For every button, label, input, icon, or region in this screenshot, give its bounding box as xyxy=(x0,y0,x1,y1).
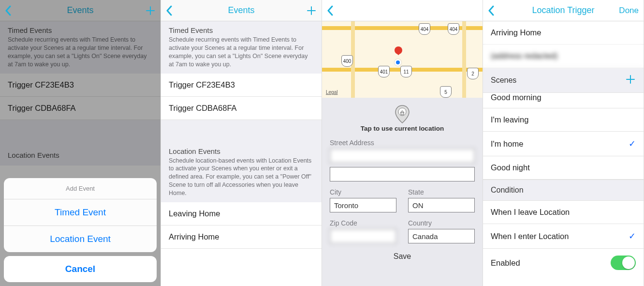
screen-events: Events Timed Events Schedule recurring e… xyxy=(161,0,322,286)
back-button[interactable] xyxy=(488,5,502,16)
condition-header: Condition xyxy=(483,180,644,201)
add-button[interactable] xyxy=(141,5,156,16)
enabled-label: Enabled xyxy=(491,258,520,268)
scene-label: Good morning xyxy=(491,93,542,102)
back-button[interactable] xyxy=(166,5,180,16)
highway-shield: 11 xyxy=(400,66,412,77)
trigger-row[interactable]: Trigger CF23E4B3 xyxy=(161,74,322,97)
back-button[interactable] xyxy=(327,5,341,16)
location-event-label: Arriving Home xyxy=(169,232,220,241)
location-event-row[interactable]: Arriving Home xyxy=(161,226,322,249)
city-label: City xyxy=(330,188,396,196)
highway-shield: 401 xyxy=(378,66,390,77)
trigger-name-row[interactable]: Arriving Home xyxy=(483,21,644,45)
scenes-header: Scenes xyxy=(483,68,644,93)
screen-location-form: 404 404 400 401 11 5 2 Legal Tap to use … xyxy=(322,0,483,286)
street-label: Street Address xyxy=(330,139,475,147)
scene-row[interactable]: Good night xyxy=(483,156,644,180)
state-label: State xyxy=(408,188,475,196)
map[interactable]: 404 404 400 401 11 5 2 Legal xyxy=(322,21,483,98)
scene-label: I'm leaving xyxy=(491,115,528,124)
screen-events-with-sheet: Events Timed Events Schedule recurring e… xyxy=(0,0,161,286)
add-button[interactable] xyxy=(302,5,317,16)
navbar xyxy=(322,0,483,21)
address-text: (address redacted) xyxy=(491,51,558,60)
zip-input[interactable] xyxy=(330,229,396,243)
done-button[interactable]: Done xyxy=(619,6,639,15)
country-input[interactable] xyxy=(408,229,475,243)
timed-events-header: Timed Events Schedule recurring events w… xyxy=(161,21,322,74)
city-input[interactable] xyxy=(330,198,396,212)
nav-title: Events xyxy=(161,5,322,15)
trigger-label: Trigger CF23E4B3 xyxy=(169,80,235,90)
map-pin-icon xyxy=(395,46,402,54)
current-location-dot-icon xyxy=(395,59,401,66)
scene-row[interactable]: I'm leaving xyxy=(483,108,644,132)
use-current-location-button[interactable]: Tap to use current location xyxy=(330,105,475,132)
save-button[interactable]: Save xyxy=(330,243,475,270)
navbar: Events xyxy=(161,0,322,21)
street-input-2[interactable] xyxy=(330,167,475,181)
section-title: Location Events xyxy=(169,147,314,155)
condition-label: When I enter Location xyxy=(491,232,569,241)
screen-location-trigger: Location Trigger Done Arriving Home (add… xyxy=(483,0,644,286)
highway-shield: 2 xyxy=(467,68,479,79)
street-input-1[interactable] xyxy=(330,149,475,163)
address-row[interactable]: (address redacted) xyxy=(483,45,644,68)
scene-label: I'm home xyxy=(491,139,523,149)
sheet-option-location[interactable]: Location Event xyxy=(4,226,157,252)
trigger-row[interactable]: Trigger CDBA68FA xyxy=(161,97,322,120)
zip-label: Zip Code xyxy=(330,219,396,227)
highway-shield: 404 xyxy=(419,23,430,35)
condition-label: When I leave Location xyxy=(491,208,570,217)
use-current-location-label: Tap to use current location xyxy=(361,125,444,132)
condition-header-label: Condition xyxy=(491,186,524,195)
trigger-name: Arriving Home xyxy=(491,28,542,37)
location-events-header: Location Events Schedule location-based … xyxy=(161,142,322,202)
country-label: Country xyxy=(408,219,475,227)
scene-row[interactable]: I'm home ✓ xyxy=(483,132,644,156)
checkmark-icon: ✓ xyxy=(629,231,636,241)
trigger-label: Trigger CDBA68FA xyxy=(169,104,237,113)
condition-row[interactable]: When I leave Location xyxy=(483,201,644,224)
enabled-row: Enabled xyxy=(483,249,644,277)
condition-row[interactable]: When I enter Location ✓ xyxy=(483,224,644,249)
sheet-option-timed[interactable]: Timed Event xyxy=(4,199,157,226)
location-event-row[interactable]: Leaving Home xyxy=(161,202,322,226)
section-title: Timed Events xyxy=(169,26,314,34)
state-input[interactable] xyxy=(408,198,475,212)
scene-label: Good night xyxy=(491,163,530,172)
scenes-header-label: Scenes xyxy=(491,76,516,85)
enabled-toggle[interactable] xyxy=(611,256,636,270)
navbar: Location Trigger Done xyxy=(483,0,644,21)
map-legal-link[interactable]: Legal xyxy=(326,90,337,95)
sheet-cancel[interactable]: Cancel xyxy=(4,256,157,282)
checkmark-icon: ✓ xyxy=(629,138,636,149)
section-description: Schedule location-based events with Loca… xyxy=(169,157,314,197)
section-description: Schedule recurring events with Timed Eve… xyxy=(169,36,314,69)
scene-row[interactable]: Good morning xyxy=(483,93,644,108)
sheet-title: Add Event xyxy=(4,178,157,199)
back-button[interactable] xyxy=(5,5,19,16)
location-event-label: Leaving Home xyxy=(169,209,220,218)
highway-shield: 400 xyxy=(341,55,353,67)
highway-shield: 5 xyxy=(440,86,452,98)
action-sheet: Add Event Timed Event Location Event Can… xyxy=(4,178,157,282)
highway-shield: 404 xyxy=(448,23,459,35)
add-scene-button[interactable] xyxy=(625,74,636,87)
